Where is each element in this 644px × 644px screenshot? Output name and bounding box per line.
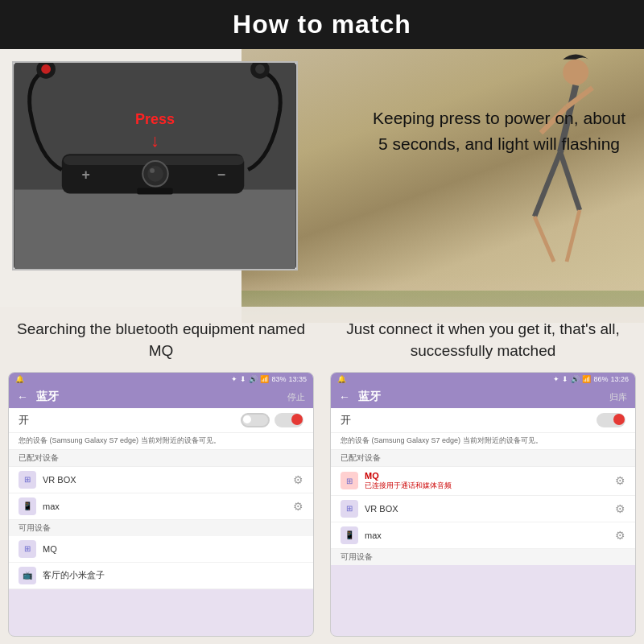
top-section: + − — [0, 49, 644, 307]
main-content: + − — [0, 49, 644, 644]
svg-point-21 — [255, 64, 265, 74]
device-gear-mq-right[interactable]: ⚙ — [615, 474, 625, 487]
phone-body-left: 开 您的设备 (Samsung Galaxy S7 edge) 当前对附近的设备… — [9, 408, 313, 589]
available-section-right: 可用设备 — [331, 549, 635, 565]
device-info-right: 您的设备 (Samsung Galaxy S7 edge) 当前对附近的设备可见… — [331, 433, 635, 450]
bt-label-right: 开 — [341, 413, 597, 427]
phone-body-right: 开 您的设备 (Samsung Galaxy S7 edge) 当前对附近的设备… — [331, 408, 635, 565]
bottom-left-panel: Searching the bluetooth equipment named … — [0, 307, 322, 644]
earphone-image: + − — [14, 63, 296, 269]
status-bar-right: 🔔 ✦ ⬇ 🔊 📶 86% 13:26 — [331, 373, 635, 386]
phone-screen-right: 🔔 ✦ ⬇ 🔊 📶 86% 13:26 ← 蓝牙 归库 — [330, 372, 636, 637]
bt-toggle-on-left[interactable] — [275, 413, 303, 427]
device-icon-max-right: 📱 — [341, 526, 358, 544]
device-sub-mq-right: 已连接用于通话和媒体音频 — [365, 481, 615, 491]
device-icon-vr-left: ⊞ — [19, 471, 36, 489]
svg-point-15 — [150, 168, 155, 173]
bt-toggle-row-right: 开 — [331, 408, 635, 433]
device-icon-mq-left: ⊞ — [19, 540, 36, 558]
paired-section-right: 已配对设备 — [331, 450, 635, 467]
device-icon-vr-right: ⊞ — [341, 500, 358, 518]
bottom-right-instruction: Just connect it when you get it, that's … — [330, 315, 636, 365]
top-right-text: Keeping press to power on, about 5 secon… — [373, 109, 625, 153]
svg-rect-9 — [14, 190, 296, 269]
svg-rect-17 — [137, 188, 172, 195]
bt-label-left: 开 — [19, 413, 241, 427]
device-row-vr-left[interactable]: ⊞ VR BOX ⚙ — [9, 467, 313, 493]
bottom-left-instruction: Searching the bluetooth equipment named … — [8, 315, 314, 365]
page-header: How to match — [0, 0, 644, 49]
press-label: Press — [135, 111, 175, 128]
bottom-right-panel: Just connect it when you get it, that's … — [322, 307, 644, 644]
paired-section-left: 已配对设备 — [9, 450, 313, 467]
device-gear-vr-right[interactable]: ⚙ — [615, 502, 625, 515]
status-right-icons-right: ✦ ⬇ 🔊 📶 86% 13:26 — [553, 375, 629, 383]
top-right-instruction: Keeping press to power on, about 5 secon… — [362, 97, 636, 164]
device-name-max-left: max — [43, 502, 293, 511]
device-icon-mq-right: ⊞ — [341, 472, 358, 489]
nav-action-left[interactable]: 停止 — [287, 391, 305, 403]
device-gear-max-left[interactable]: ⚙ — [293, 500, 303, 513]
device-name-mq-right: MQ — [365, 471, 615, 481]
nav-action-right[interactable]: 归库 — [609, 391, 627, 403]
device-icon-max-left: 📱 — [19, 497, 36, 515]
device-info-left: 您的设备 (Samsung Galaxy S7 edge) 当前对附近的设备可见… — [9, 433, 313, 450]
nav-bar-right: ← 蓝牙 归库 — [331, 386, 635, 408]
device-gear-vr-left[interactable]: ⚙ — [293, 473, 303, 486]
device-row-mi-left[interactable]: 📺 客厅的小米盒子 — [9, 563, 313, 589]
available-section-left: 可用设备 — [9, 520, 313, 536]
svg-point-14 — [147, 166, 163, 182]
svg-text:+: + — [81, 167, 89, 183]
header-title: How to match — [233, 10, 411, 39]
phone-screen-left: 🔔 ✦ ⬇ 🔊 📶 83% 13:35 ← 蓝牙 停止 — [8, 372, 314, 637]
nav-bar-left: ← 蓝牙 停止 — [9, 386, 313, 408]
bt-toggle-off-left[interactable] — [241, 413, 270, 427]
device-row-max-right[interactable]: 📱 max ⚙ — [331, 522, 635, 549]
back-button-left[interactable]: ← — [17, 390, 28, 403]
nav-title-left: 蓝牙 — [36, 390, 59, 404]
device-image-box: + − — [12, 61, 298, 270]
device-row-mq-right[interactable]: ⊞ MQ 已连接用于通话和媒体音频 ⚙ — [331, 467, 635, 496]
device-row-max-left[interactable]: 📱 max ⚙ — [9, 493, 313, 520]
device-row-mq-left[interactable]: ⊞ MQ — [9, 536, 313, 563]
device-name-mi-left: 客厅的小米盒子 — [43, 569, 303, 581]
status-bar-left: 🔔 ✦ ⬇ 🔊 📶 83% 13:35 — [9, 373, 313, 386]
device-name-mq-left: MQ — [43, 544, 303, 554]
press-arrow: ↓ — [151, 130, 159, 151]
device-name-vr-left: VR BOX — [43, 475, 293, 485]
bt-toggle-row-left: 开 — [9, 408, 313, 433]
status-right-icons: ✦ ⬇ 🔊 📶 83% 13:35 — [231, 375, 307, 383]
device-icon-mi-left: 📺 — [19, 567, 36, 584]
back-button-right[interactable]: ← — [339, 390, 350, 403]
device-row-vr-right[interactable]: ⊞ VR BOX ⚙ — [331, 496, 635, 522]
device-gear-max-right[interactable]: ⚙ — [615, 529, 625, 542]
device-name-vr-right: VR BOX — [365, 504, 615, 514]
device-name-max-right: max — [365, 530, 615, 540]
nav-title-right: 蓝牙 — [358, 390, 381, 404]
status-left-icons: 🔔 — [15, 375, 24, 383]
earphone-svg: + − — [14, 63, 296, 269]
bottom-half: Searching the bluetooth equipment named … — [0, 307, 644, 644]
device-name-group-mq: MQ 已连接用于通话和媒体音频 — [365, 471, 615, 491]
svg-text:−: − — [217, 167, 225, 183]
svg-point-20 — [41, 64, 51, 74]
bt-toggle-on-right[interactable] — [597, 413, 625, 427]
status-left-icons-right: 🔔 — [337, 375, 346, 383]
